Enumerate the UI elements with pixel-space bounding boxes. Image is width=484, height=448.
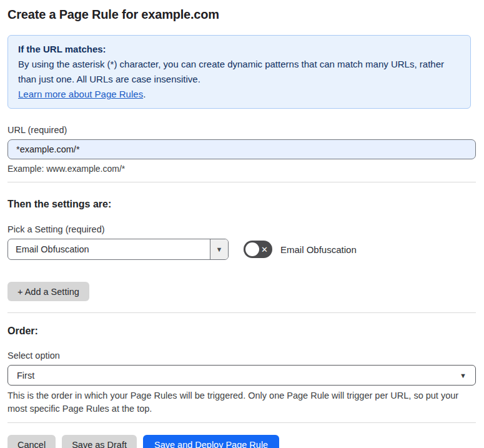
order-select-label: Select option	[7, 351, 476, 361]
order-section-heading: Order:	[7, 326, 476, 337]
toggle-label: Email Obfuscation	[280, 244, 357, 255]
url-input[interactable]	[7, 139, 476, 159]
learn-more-link[interactable]: Learn more about Page Rules	[18, 89, 143, 99]
info-banner-link-line: Learn more about Page Rules.	[18, 87, 460, 102]
cancel-button[interactable]: Cancel	[7, 435, 56, 448]
divider	[7, 312, 476, 313]
chevron-down-icon: ▼	[216, 246, 223, 253]
save-and-deploy-button[interactable]: Save and Deploy Page Rule	[143, 435, 279, 448]
setting-dropdown-value: Email Obfuscation	[8, 239, 210, 259]
pick-setting-label: Pick a Setting (required)	[7, 224, 476, 234]
toggle-off-x-icon: ✕	[261, 246, 268, 254]
info-banner-body: By using the asterisk (*) character, you…	[18, 57, 460, 87]
dropdown-arrow-button[interactable]: ▼	[210, 239, 228, 259]
save-as-draft-button[interactable]: Save as Draft	[62, 435, 137, 448]
order-select-value: First	[17, 371, 34, 381]
page-title: Create a Page Rule for example.com	[7, 7, 476, 22]
create-page-rule-form: Create a Page Rule for example.com If th…	[0, 0, 484, 448]
info-banner-heading: If the URL matches:	[18, 42, 460, 57]
settings-section-heading: Then the settings are:	[7, 199, 476, 210]
chevron-down-icon: ▼	[460, 372, 467, 379]
url-matches-info-banner: If the URL matches: By using the asteris…	[7, 35, 471, 109]
url-field-label: URL (required)	[7, 125, 476, 135]
email-obfuscation-toggle[interactable]: ✕	[244, 241, 272, 258]
order-help-text: This is the order in which your Page Rul…	[7, 389, 473, 416]
link-period: .	[143, 89, 146, 99]
order-select[interactable]: First ▼	[7, 365, 476, 386]
toggle-knob	[245, 242, 259, 256]
email-obfuscation-toggle-group: ✕ Email Obfuscation	[244, 241, 357, 258]
add-setting-button[interactable]: + Add a Setting	[7, 282, 89, 301]
url-example-text: Example: www.example.com/*	[7, 164, 476, 174]
setting-row: Email Obfuscation ▼ ✕ Email Obfuscation	[7, 239, 476, 260]
divider	[7, 182, 476, 182]
divider	[7, 422, 476, 423]
footer-actions: Cancel Save as Draft Save and Deploy Pag…	[7, 435, 476, 448]
setting-dropdown[interactable]: Email Obfuscation ▼	[7, 239, 229, 260]
